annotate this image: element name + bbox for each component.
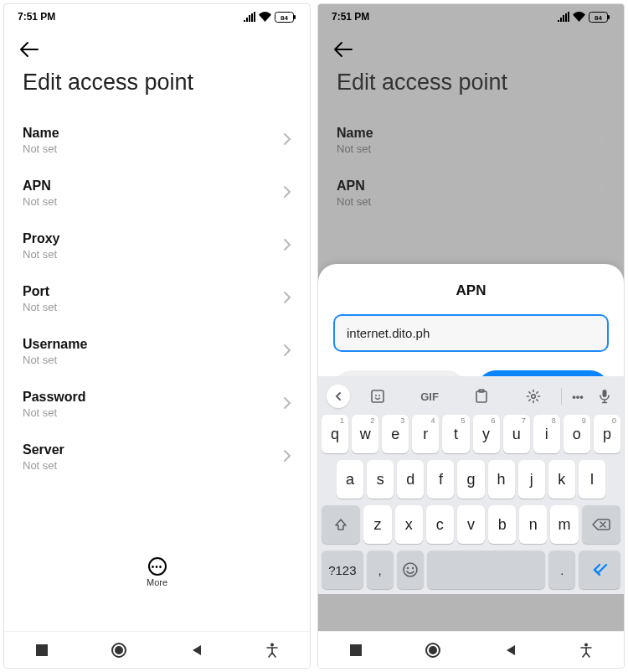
kb-clipboard-icon[interactable] <box>457 389 506 404</box>
kb-collapse-icon[interactable] <box>327 385 350 408</box>
nav-back-icon[interactable] <box>504 644 517 657</box>
kb-key-x[interactable]: x <box>395 505 423 544</box>
kb-settings-icon[interactable] <box>509 389 558 404</box>
svg-point-17 <box>404 563 417 576</box>
nav-recent-icon[interactable] <box>35 644 49 657</box>
kb-key-l[interactable]: l <box>579 460 605 499</box>
kb-key-f[interactable]: f <box>427 460 454 499</box>
row-title: APN <box>337 178 371 194</box>
svg-rect-20 <box>350 644 362 656</box>
row-port[interactable]: PortNot set <box>4 272 310 325</box>
kb-key-q[interactable]: q1 <box>322 415 348 453</box>
kb-key-k[interactable]: k <box>548 460 575 499</box>
kb-shift-key[interactable] <box>322 505 360 544</box>
kb-key-c[interactable]: c <box>426 505 454 544</box>
nav-home-icon[interactable] <box>111 642 127 659</box>
row-title: Name <box>337 126 373 141</box>
row-password[interactable]: PasswordNot set <box>4 378 310 431</box>
row-sub: Not set <box>23 195 57 208</box>
chevron-right-icon <box>283 291 291 308</box>
back-button[interactable] <box>19 41 295 58</box>
svg-rect-3 <box>36 644 48 656</box>
kb-key-j[interactable]: j <box>518 460 545 499</box>
kb-key-m[interactable]: m <box>550 505 578 544</box>
kb-key-r[interactable]: r4 <box>412 415 439 453</box>
row-sub: Not set <box>337 195 371 208</box>
svg-point-12 <box>378 395 380 396</box>
row-apn[interactable]: APNNot set <box>318 167 624 220</box>
kb-key-z[interactable]: z <box>363 505 391 544</box>
kb-symbols-key[interactable]: ?123 <box>322 551 363 589</box>
kb-key-h[interactable]: h <box>488 460 515 499</box>
row-title: Username <box>23 337 87 352</box>
row-title: Name <box>23 126 59 141</box>
kb-key-s[interactable]: s <box>367 460 394 499</box>
chevron-right-icon <box>283 396 291 413</box>
svg-rect-8 <box>608 15 610 19</box>
row-proxy[interactable]: ProxyNot set <box>4 220 310 272</box>
kb-key-n[interactable]: n <box>519 505 547 544</box>
row-name[interactable]: NameNot set <box>4 114 310 167</box>
kb-backspace-key[interactable] <box>582 505 620 544</box>
more-icon: ••• <box>148 557 167 576</box>
kb-key-g[interactable]: g <box>457 460 484 499</box>
kb-sticker-icon[interactable] <box>353 389 402 404</box>
svg-point-6 <box>270 643 274 646</box>
kb-key-d[interactable]: d <box>397 460 424 499</box>
kb-key-i[interactable]: i8 <box>533 415 560 453</box>
row-sub: Not set <box>23 459 64 472</box>
row-server[interactable]: ServerNot set <box>4 431 310 483</box>
phone-right: 7:51 PM 84 Edit access point NameNot set… <box>317 3 625 669</box>
settings-list: NameNot set APNNot set ProxyNot set Port… <box>4 114 310 631</box>
svg-rect-1 <box>294 15 296 19</box>
apn-input[interactable] <box>333 314 609 352</box>
nav-back-icon[interactable] <box>190 644 203 657</box>
nav-accessibility-icon[interactable] <box>265 643 279 658</box>
row-sub: Not set <box>23 354 87 366</box>
kb-key-e[interactable]: e3 <box>382 415 409 453</box>
kb-gif-button[interactable]: GIF <box>405 390 454 403</box>
back-button[interactable] <box>333 41 609 58</box>
kb-key-w[interactable]: w2 <box>352 415 378 453</box>
nav-home-icon[interactable] <box>425 642 441 659</box>
kb-space-key[interactable] <box>427 551 546 589</box>
svg-point-5 <box>115 646 123 654</box>
kb-period-key[interactable]: . <box>548 551 575 589</box>
row-title: Server <box>23 442 64 457</box>
row-sub: Not set <box>23 142 59 155</box>
kb-row-1: q1w2e3r4t5y6u7i8o9p0 <box>322 415 620 453</box>
chevron-right-icon <box>597 185 605 202</box>
kb-separator <box>561 388 562 405</box>
wifi-icon <box>259 12 271 22</box>
kb-more-icon[interactable]: ••• <box>565 390 590 403</box>
nav-accessibility-icon[interactable] <box>579 643 593 658</box>
kb-key-u[interactable]: u7 <box>503 415 530 453</box>
kb-key-p[interactable]: p0 <box>594 415 620 453</box>
chevron-right-icon <box>283 344 291 360</box>
battery-icon: 84 <box>275 12 296 23</box>
chevron-right-icon <box>597 132 605 149</box>
chevron-right-icon <box>283 132 291 149</box>
kb-key-t[interactable]: t5 <box>442 415 469 453</box>
kb-key-y[interactable]: y6 <box>473 415 500 453</box>
status-bar: 7:51 PM 84 <box>4 4 310 29</box>
kb-enter-key[interactable] <box>579 551 620 589</box>
row-name[interactable]: NameNot set <box>318 114 624 167</box>
svg-rect-16 <box>603 390 607 397</box>
row-apn[interactable]: APNNot set <box>4 167 310 220</box>
kb-key-v[interactable]: v <box>457 505 485 544</box>
kb-key-o[interactable]: o9 <box>564 415 590 453</box>
kb-row-3: zxcvbnm <box>322 505 620 544</box>
row-sub: Not set <box>23 406 86 419</box>
more-button[interactable]: ••• More <box>4 557 310 587</box>
kb-comma-key[interactable]: , <box>367 551 394 589</box>
kb-mic-icon[interactable] <box>594 389 615 404</box>
kb-key-b[interactable]: b <box>488 505 516 544</box>
svg-point-19 <box>411 567 413 569</box>
row-username[interactable]: UsernameNot set <box>4 325 310 378</box>
kb-key-a[interactable]: a <box>337 460 363 499</box>
nav-recent-icon[interactable] <box>349 644 363 657</box>
kb-emoji-key[interactable] <box>397 551 424 589</box>
wifi-icon <box>573 12 585 22</box>
kb-row-2: asdfghjkl <box>322 460 620 499</box>
